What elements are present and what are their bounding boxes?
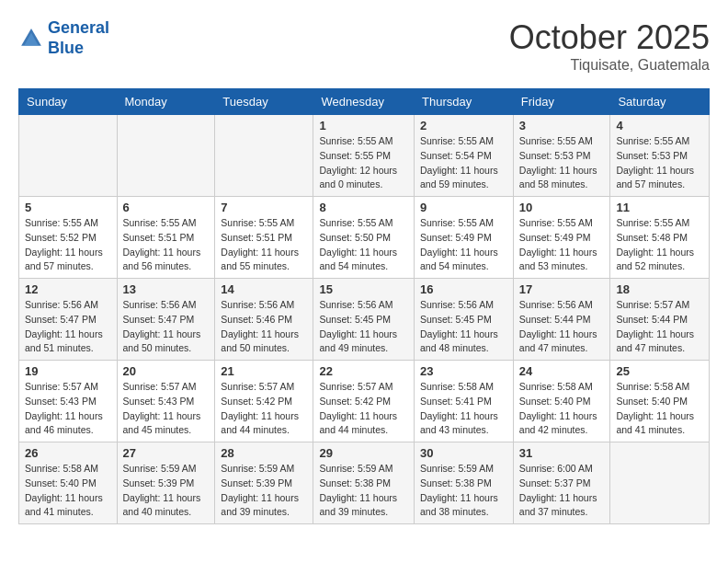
column-header-thursday: Thursday [415, 89, 514, 115]
calendar-week-row: 1Sunrise: 5:55 AMSunset: 5:55 PMDaylight… [19, 115, 710, 197]
day-info: Sunrise: 5:58 AMSunset: 5:40 PMDaylight:… [25, 462, 111, 520]
day-number: 13 [123, 282, 210, 296]
day-number: 26 [25, 446, 111, 460]
day-info: Sunrise: 5:58 AMSunset: 5:41 PMDaylight:… [420, 380, 507, 438]
day-number: 3 [519, 119, 605, 132]
day-info: Sunrise: 5:57 AMSunset: 5:42 PMDaylight:… [221, 380, 307, 438]
day-number: 16 [420, 282, 507, 296]
day-info: Sunrise: 5:58 AMSunset: 5:40 PMDaylight:… [616, 380, 703, 438]
day-info: Sunrise: 5:57 AMSunset: 5:43 PMDaylight:… [25, 380, 111, 438]
calendar-cell [117, 115, 215, 197]
day-number: 28 [221, 446, 307, 460]
calendar-cell: 11Sunrise: 5:55 AMSunset: 5:48 PMDayligh… [610, 197, 710, 279]
day-number: 10 [519, 201, 605, 214]
calendar-table: SundayMondayTuesdayWednesdayThursdayFrid… [18, 88, 710, 524]
day-number: 23 [420, 364, 507, 378]
calendar-cell: 17Sunrise: 5:56 AMSunset: 5:44 PMDayligh… [513, 279, 610, 361]
calendar-cell: 25Sunrise: 5:58 AMSunset: 5:40 PMDayligh… [610, 361, 710, 442]
day-info: Sunrise: 5:55 AMSunset: 5:51 PMDaylight:… [221, 216, 307, 274]
day-number: 8 [319, 201, 408, 214]
calendar-cell: 30Sunrise: 5:59 AMSunset: 5:38 PMDayligh… [415, 442, 514, 524]
calendar-cell: 16Sunrise: 5:56 AMSunset: 5:45 PMDayligh… [415, 279, 514, 361]
day-number: 20 [123, 364, 210, 378]
calendar-cell [215, 115, 313, 197]
day-number: 21 [221, 364, 307, 378]
day-info: Sunrise: 6:00 AMSunset: 5:37 PMDaylight:… [519, 462, 605, 520]
day-number: 19 [25, 364, 111, 378]
day-number: 29 [319, 446, 408, 460]
day-number: 22 [319, 364, 408, 378]
day-info: Sunrise: 5:57 AMSunset: 5:43 PMDaylight:… [123, 380, 210, 438]
calendar-cell: 31Sunrise: 6:00 AMSunset: 5:37 PMDayligh… [513, 442, 610, 524]
calendar-cell: 7Sunrise: 5:55 AMSunset: 5:51 PMDaylight… [215, 197, 313, 279]
day-info: Sunrise: 5:58 AMSunset: 5:40 PMDaylight:… [519, 380, 605, 438]
calendar-cell: 14Sunrise: 5:56 AMSunset: 5:46 PMDayligh… [215, 279, 313, 361]
day-number: 31 [519, 446, 605, 460]
day-number: 2 [420, 119, 507, 132]
day-info: Sunrise: 5:56 AMSunset: 5:46 PMDaylight:… [221, 298, 307, 356]
day-info: Sunrise: 5:55 AMSunset: 5:50 PMDaylight:… [319, 216, 408, 274]
calendar-week-row: 19Sunrise: 5:57 AMSunset: 5:43 PMDayligh… [19, 361, 710, 442]
day-number: 14 [221, 282, 307, 296]
day-number: 4 [616, 119, 703, 132]
day-info: Sunrise: 5:55 AMSunset: 5:48 PMDaylight:… [616, 216, 703, 274]
logo-blue: Blue [48, 39, 84, 57]
calendar-cell: 3Sunrise: 5:55 AMSunset: 5:53 PMDaylight… [513, 115, 610, 197]
calendar-cell: 19Sunrise: 5:57 AMSunset: 5:43 PMDayligh… [19, 361, 118, 442]
calendar-cell: 24Sunrise: 5:58 AMSunset: 5:40 PMDayligh… [513, 361, 610, 442]
day-number: 24 [519, 364, 605, 378]
calendar-cell: 26Sunrise: 5:58 AMSunset: 5:40 PMDayligh… [19, 442, 118, 524]
calendar-week-row: 12Sunrise: 5:56 AMSunset: 5:47 PMDayligh… [19, 279, 710, 361]
day-info: Sunrise: 5:56 AMSunset: 5:47 PMDaylight:… [25, 298, 111, 356]
day-number: 9 [420, 201, 507, 214]
day-info: Sunrise: 5:56 AMSunset: 5:45 PMDaylight:… [319, 298, 408, 356]
day-info: Sunrise: 5:55 AMSunset: 5:49 PMDaylight:… [420, 216, 507, 274]
calendar-cell: 20Sunrise: 5:57 AMSunset: 5:43 PMDayligh… [117, 361, 215, 442]
column-header-wednesday: Wednesday [313, 89, 415, 115]
calendar-cell: 10Sunrise: 5:55 AMSunset: 5:49 PMDayligh… [513, 197, 610, 279]
calendar-cell: 27Sunrise: 5:59 AMSunset: 5:39 PMDayligh… [117, 442, 215, 524]
calendar-cell: 13Sunrise: 5:56 AMSunset: 5:47 PMDayligh… [117, 279, 215, 361]
day-info: Sunrise: 5:56 AMSunset: 5:44 PMDaylight:… [519, 298, 605, 356]
day-info: Sunrise: 5:55 AMSunset: 5:51 PMDaylight:… [123, 216, 210, 274]
day-number: 12 [25, 282, 111, 296]
calendar-header-row: SundayMondayTuesdayWednesdayThursdayFrid… [19, 89, 710, 115]
day-number: 6 [123, 201, 210, 214]
column-header-saturday: Saturday [610, 89, 710, 115]
title-block: October 2025 Tiquisate, Guatemala [509, 18, 710, 74]
calendar-cell: 5Sunrise: 5:55 AMSunset: 5:52 PMDaylight… [19, 197, 118, 279]
day-number: 7 [221, 201, 307, 214]
calendar-cell: 29Sunrise: 5:59 AMSunset: 5:38 PMDayligh… [313, 442, 415, 524]
calendar-cell: 22Sunrise: 5:57 AMSunset: 5:42 PMDayligh… [313, 361, 415, 442]
calendar-cell: 28Sunrise: 5:59 AMSunset: 5:39 PMDayligh… [215, 442, 313, 524]
calendar-week-row: 26Sunrise: 5:58 AMSunset: 5:40 PMDayligh… [19, 442, 710, 524]
day-number: 17 [519, 282, 605, 296]
day-number: 30 [420, 446, 507, 460]
calendar-cell: 18Sunrise: 5:57 AMSunset: 5:44 PMDayligh… [610, 279, 710, 361]
day-number: 1 [319, 119, 408, 132]
calendar-cell: 9Sunrise: 5:55 AMSunset: 5:49 PMDaylight… [415, 197, 514, 279]
day-number: 15 [319, 282, 408, 296]
calendar-cell: 6Sunrise: 5:55 AMSunset: 5:51 PMDaylight… [117, 197, 215, 279]
day-info: Sunrise: 5:59 AMSunset: 5:39 PMDaylight:… [221, 462, 307, 520]
column-header-monday: Monday [117, 89, 215, 115]
calendar-cell: 4Sunrise: 5:55 AMSunset: 5:53 PMDaylight… [610, 115, 710, 197]
day-info: Sunrise: 5:57 AMSunset: 5:44 PMDaylight:… [616, 298, 703, 356]
calendar-cell: 23Sunrise: 5:58 AMSunset: 5:41 PMDayligh… [415, 361, 514, 442]
logo: General Blue [18, 18, 109, 58]
day-info: Sunrise: 5:55 AMSunset: 5:52 PMDaylight:… [25, 216, 111, 274]
logo-general: General [48, 18, 109, 37]
day-info: Sunrise: 5:56 AMSunset: 5:45 PMDaylight:… [420, 298, 507, 356]
day-info: Sunrise: 5:55 AMSunset: 5:53 PMDaylight:… [616, 134, 703, 192]
day-info: Sunrise: 5:59 AMSunset: 5:38 PMDaylight:… [420, 462, 507, 520]
day-number: 18 [616, 282, 703, 296]
logo-text: General Blue [48, 18, 109, 58]
page-header: General Blue October 2025 Tiquisate, Gua… [18, 18, 710, 74]
day-info: Sunrise: 5:55 AMSunset: 5:54 PMDaylight:… [420, 134, 507, 192]
calendar-cell: 1Sunrise: 5:55 AMSunset: 5:55 PMDaylight… [313, 115, 415, 197]
calendar-cell [610, 442, 710, 524]
month-title: October 2025 [509, 18, 710, 57]
day-info: Sunrise: 5:55 AMSunset: 5:53 PMDaylight:… [519, 134, 605, 192]
day-info: Sunrise: 5:57 AMSunset: 5:42 PMDaylight:… [319, 380, 408, 438]
calendar-cell: 15Sunrise: 5:56 AMSunset: 5:45 PMDayligh… [313, 279, 415, 361]
